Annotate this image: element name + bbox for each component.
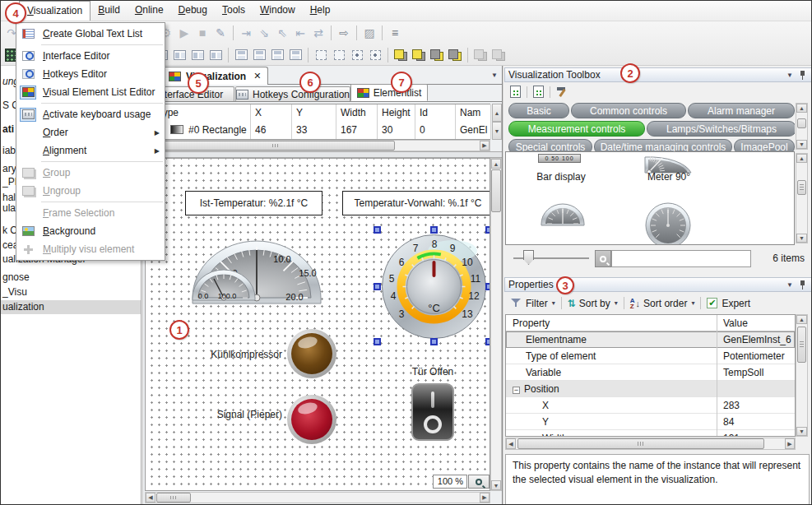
property-row-elementname[interactable]: ElementnameGenElemInst_6 xyxy=(506,331,795,348)
menu-item-visual-element-list-editor[interactable]: Visual Element List Editor xyxy=(16,83,165,101)
table-cell[interactable]: 30 xyxy=(378,122,415,139)
collapse-chevron-icon[interactable]: ▼ xyxy=(786,72,793,79)
column-value[interactable]: Value xyxy=(718,315,748,331)
align-stack-icon[interactable] xyxy=(287,47,304,63)
expert-checkbox[interactable]: ✔ xyxy=(707,298,717,308)
bar-display-item-icon[interactable]: 0 50 100 xyxy=(538,154,581,163)
distribute-right-icon[interactable] xyxy=(189,47,206,63)
scroll-up-icon[interactable]: ▲ xyxy=(796,154,807,163)
filter-button[interactable]: Filter xyxy=(526,298,548,309)
textfield-temperatur-vorwahl[interactable]: Temperatur-Vorwahl: %.1f °C xyxy=(342,191,490,215)
scroll-right-icon[interactable]: ▶ xyxy=(480,141,490,151)
bring-forward-icon[interactable] xyxy=(411,47,427,63)
table-header-cell[interactable]: Id xyxy=(415,104,456,122)
properties-vertical-scrollbar[interactable]: ▲ ▼ xyxy=(796,314,808,437)
items-scrollbar[interactable]: ▲ ▼ xyxy=(796,153,808,243)
toolbox-tab-common-controls[interactable]: Common controls xyxy=(571,103,686,118)
property-row-variable[interactable]: VariableTempSoll xyxy=(506,364,795,381)
label-kuehlkompressor[interactable]: Kühlkompressor xyxy=(192,349,282,360)
scroll-up-icon[interactable]: ▲ xyxy=(491,159,501,169)
table-cell[interactable]: GenEl xyxy=(456,122,491,139)
menu-help[interactable]: Help xyxy=(303,1,338,21)
scroll-left-icon[interactable]: ◀ xyxy=(146,493,155,503)
scrollbar-thumb[interactable] xyxy=(797,118,806,128)
forward-icon[interactable]: ⇨ xyxy=(336,25,352,41)
list-icon[interactable]: ≡ xyxy=(387,25,403,41)
menu-tools[interactable]: Tools xyxy=(215,1,253,21)
scrollbar-thumb[interactable] xyxy=(517,438,764,449)
selection-handle[interactable] xyxy=(430,226,438,234)
tree-item-gnose[interactable]: gnose xyxy=(1,271,142,285)
tabs-scrollbar[interactable]: ▲ ▼ xyxy=(796,103,808,150)
meter-90-item-label[interactable]: Meter 90° xyxy=(636,171,702,183)
rocker-switch-tuer-offen[interactable] xyxy=(411,383,454,441)
table-header-cell[interactable]: Height xyxy=(378,104,415,122)
scroll-down-icon[interactable]: ▼ xyxy=(796,234,807,243)
menu-item-interface-editor[interactable]: Interface Editor xyxy=(16,47,165,65)
menu-debug[interactable]: Debug xyxy=(171,1,215,21)
menu-visualization[interactable]: Visualization xyxy=(19,1,90,21)
scroll-left-icon[interactable]: ◀ xyxy=(506,438,516,449)
selection-handle[interactable] xyxy=(374,338,381,345)
toolbox-tab-imagepool[interactable]: ImagePool xyxy=(734,139,795,151)
toolbox-tab-special-controls[interactable]: Special controls xyxy=(508,139,592,151)
pin-icon[interactable] xyxy=(799,71,806,80)
table-cell[interactable]: 46 xyxy=(251,122,292,139)
splitter[interactable] xyxy=(145,151,502,158)
collapse-chevron-icon[interactable]: ▼ xyxy=(786,281,793,289)
send-backward-icon[interactable] xyxy=(429,47,445,63)
menu-item-hotkeys-editor[interactable]: Hotkeys Editor xyxy=(16,65,165,83)
toolbox-tab-lamps-switches-bitmaps[interactable]: Lamps/Switches/Bitmaps xyxy=(647,121,795,137)
sort-order-button[interactable]: Sort order xyxy=(643,298,687,309)
scroll-right-icon[interactable]: ▶ xyxy=(785,438,795,449)
table-cell[interactable]: 167 xyxy=(336,122,378,139)
label-signal-pieper[interactable]: Signal (Pieper) xyxy=(192,409,282,420)
table-cell[interactable]: 0 xyxy=(415,122,456,139)
toolbox-tab-alarm-manager[interactable]: Alarm manager xyxy=(688,103,795,118)
sort-by-button[interactable]: Sort by xyxy=(579,298,610,309)
visualization-canvas[interactable]: Ist-Temperatur: %2.1f °C Temperatur-Vorw… xyxy=(145,158,490,491)
table-header-cell[interactable]: X xyxy=(251,104,292,122)
meter-small-gauge[interactable]: 0.0 100.0 xyxy=(191,265,257,301)
menu-build[interactable]: Build xyxy=(90,1,128,21)
menu-window[interactable]: Window xyxy=(253,1,303,21)
potentiometer-element[interactable]: °C 345678910111213 xyxy=(380,233,488,341)
properties-grid-header[interactable]: Property Value xyxy=(506,315,795,331)
selection-handle[interactable] xyxy=(430,338,438,345)
scroll-right-icon[interactable]: ▶ xyxy=(480,493,490,503)
meter-round-item-icon[interactable] xyxy=(644,202,692,245)
scroll-down-icon[interactable]: ▼ xyxy=(796,140,807,149)
search-button[interactable] xyxy=(595,250,611,267)
scrollbar-thumb[interactable] xyxy=(156,493,191,503)
properties-horizontal-scrollbar[interactable]: ◀ ▶ xyxy=(505,438,796,450)
collapse-icon[interactable]: − xyxy=(513,387,520,394)
align-top-icon[interactable] xyxy=(233,47,249,63)
table-scroll-down-button[interactable]: ▼ xyxy=(492,122,502,140)
scroll-up-icon[interactable]: ▲ xyxy=(796,315,807,324)
tree-item-ualization[interactable]: ualization xyxy=(1,300,142,314)
table-horizontal-scrollbar[interactable]: ◀ ▶ xyxy=(145,140,490,151)
size-to-grid-icon[interactable] xyxy=(313,47,329,63)
customize-hammer-icon[interactable] xyxy=(556,86,569,98)
lamp-kuehlkompressor[interactable] xyxy=(287,329,336,378)
send-to-back-icon[interactable] xyxy=(447,47,463,63)
element-table-row[interactable]: #0 Rectangle4633167300GenEl xyxy=(145,122,490,140)
canvas-vertical-scrollbar[interactable]: ▲ ▼ xyxy=(490,158,502,491)
same-height-icon[interactable] xyxy=(349,47,365,63)
search-input[interactable] xyxy=(611,250,751,267)
same-width-icon[interactable] xyxy=(331,47,347,63)
toolbox-tab-measurement-controls[interactable]: Measurement controls xyxy=(508,121,645,137)
menu-online[interactable]: Online xyxy=(128,1,171,21)
table-header-cell[interactable]: Y xyxy=(292,104,336,122)
insert-elements-icon[interactable] xyxy=(510,86,521,98)
scrollbar-thumb[interactable] xyxy=(797,180,806,195)
property-row-y[interactable]: Y84 xyxy=(506,414,795,430)
subtab-hotkeys-configuration[interactable]: Hotkeys Configuration xyxy=(235,86,350,101)
scroll-down-icon[interactable]: ▼ xyxy=(796,427,807,436)
tree-item-visu[interactable]: _Visu xyxy=(1,285,142,299)
table-scroll-up-button[interactable]: ▲ xyxy=(492,104,502,122)
pin-icon[interactable] xyxy=(799,280,806,290)
selection-handle[interactable] xyxy=(374,283,381,290)
distribute-center-icon[interactable] xyxy=(171,47,188,63)
distribute-across-icon[interactable] xyxy=(207,47,224,63)
